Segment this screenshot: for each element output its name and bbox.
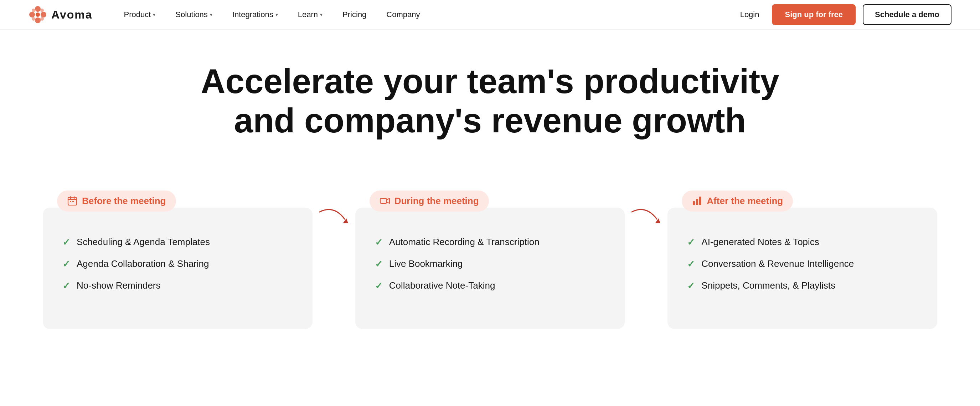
svg-rect-19 xyxy=(696,199,698,205)
card-during-items: ✓ Automatic Recording & Transcription ✓ … xyxy=(375,236,605,292)
svg-point-0 xyxy=(35,6,41,12)
svg-rect-13 xyxy=(70,201,71,202)
check-icon: ✓ xyxy=(375,237,383,249)
arrow-connector-1 xyxy=(313,190,355,233)
svg-point-8 xyxy=(40,17,44,21)
svg-point-5 xyxy=(32,8,35,12)
logo[interactable]: Avoma xyxy=(29,5,93,24)
svg-rect-18 xyxy=(693,201,695,205)
chevron-down-icon: ▾ xyxy=(275,12,278,18)
card-before-body: ✓ Scheduling & Agenda Templates ✓ Agenda… xyxy=(43,208,313,329)
card-during-pill: During the meeting xyxy=(369,190,489,211)
check-icon: ✓ xyxy=(687,237,695,249)
list-item: ✓ Live Bookmarking xyxy=(375,258,605,270)
card-during-label: During the meeting xyxy=(395,195,479,206)
svg-rect-20 xyxy=(699,197,701,205)
svg-point-1 xyxy=(35,18,41,23)
card-after-body: ✓ AI-generated Notes & Topics ✓ Conversa… xyxy=(667,208,937,329)
chevron-down-icon: ▾ xyxy=(210,12,212,18)
check-icon: ✓ xyxy=(62,258,70,270)
check-icon: ✓ xyxy=(62,280,70,292)
arrow-icon xyxy=(316,205,352,233)
login-button[interactable]: Login xyxy=(735,10,765,19)
nav-right: Login Sign up for free Schedule a demo xyxy=(735,4,951,25)
cards-section: Before the meeting ✓ Scheduling & Agenda… xyxy=(0,183,980,358)
svg-point-7 xyxy=(32,17,35,21)
svg-rect-16 xyxy=(380,198,387,203)
list-item: ✓ AI-generated Notes & Topics xyxy=(687,236,918,249)
chevron-down-icon: ▾ xyxy=(320,12,323,18)
calendar-icon xyxy=(67,195,78,206)
hero-title: Accelerate your team's productivity and … xyxy=(169,62,811,141)
arrow-icon xyxy=(628,205,664,233)
card-after-pill: After the meeting xyxy=(682,190,793,211)
list-item: ✓ Agenda Collaboration & Sharing xyxy=(62,258,293,270)
check-icon: ✓ xyxy=(375,280,383,292)
bar-chart-icon xyxy=(692,195,702,206)
navbar: Avoma Product ▾ Solutions ▾ Integrations… xyxy=(0,0,980,30)
check-icon: ✓ xyxy=(375,258,383,270)
video-camera-icon xyxy=(380,195,390,206)
svg-marker-15 xyxy=(343,218,348,223)
signup-button[interactable]: Sign up for free xyxy=(772,4,856,25)
hero-section: Accelerate your team's productivity and … xyxy=(0,30,980,183)
chevron-down-icon: ▾ xyxy=(153,12,155,18)
arrow-connector-2 xyxy=(625,190,667,233)
svg-rect-14 xyxy=(72,201,74,202)
avoma-logo-icon xyxy=(29,5,47,24)
nav-pricing[interactable]: Pricing xyxy=(332,0,376,30)
card-before-pill: Before the meeting xyxy=(57,190,176,211)
check-icon: ✓ xyxy=(62,237,70,249)
svg-point-2 xyxy=(29,12,35,18)
list-item: ✓ No-show Reminders xyxy=(62,280,293,292)
svg-point-3 xyxy=(41,12,46,18)
schedule-demo-button[interactable]: Schedule a demo xyxy=(863,4,951,25)
svg-point-6 xyxy=(40,8,44,12)
card-after: After the meeting ✓ AI-generated Notes &… xyxy=(667,190,937,329)
card-after-items: ✓ AI-generated Notes & Topics ✓ Conversa… xyxy=(687,236,918,292)
svg-point-4 xyxy=(36,13,40,17)
card-before: Before the meeting ✓ Scheduling & Agenda… xyxy=(43,190,313,329)
nav-product[interactable]: Product ▾ xyxy=(114,0,166,30)
list-item: ✓ Collaborative Note-Taking xyxy=(375,280,605,292)
nav-solutions[interactable]: Solutions ▾ xyxy=(165,0,223,30)
list-item: ✓ Conversation & Revenue Intelligence xyxy=(687,258,918,270)
svg-marker-17 xyxy=(655,218,660,223)
card-during-body: ✓ Automatic Recording & Transcription ✓ … xyxy=(355,208,625,329)
card-during: During the meeting ✓ Automatic Recording… xyxy=(355,190,625,329)
card-after-label: After the meeting xyxy=(707,195,783,206)
list-item: ✓ Scheduling & Agenda Templates xyxy=(62,236,293,249)
card-before-label: Before the meeting xyxy=(82,195,166,206)
check-icon: ✓ xyxy=(687,280,695,292)
card-before-items: ✓ Scheduling & Agenda Templates ✓ Agenda… xyxy=(62,236,293,292)
nav-learn[interactable]: Learn ▾ xyxy=(288,0,332,30)
check-icon: ✓ xyxy=(687,258,695,270)
logo-text: Avoma xyxy=(51,8,93,21)
list-item: ✓ Snippets, Comments, & Playlists xyxy=(687,280,918,292)
nav-company[interactable]: Company xyxy=(376,0,430,30)
nav-links: Product ▾ Solutions ▾ Integrations ▾ Lea… xyxy=(114,0,735,30)
nav-integrations[interactable]: Integrations ▾ xyxy=(223,0,288,30)
list-item: ✓ Automatic Recording & Transcription xyxy=(375,236,605,249)
